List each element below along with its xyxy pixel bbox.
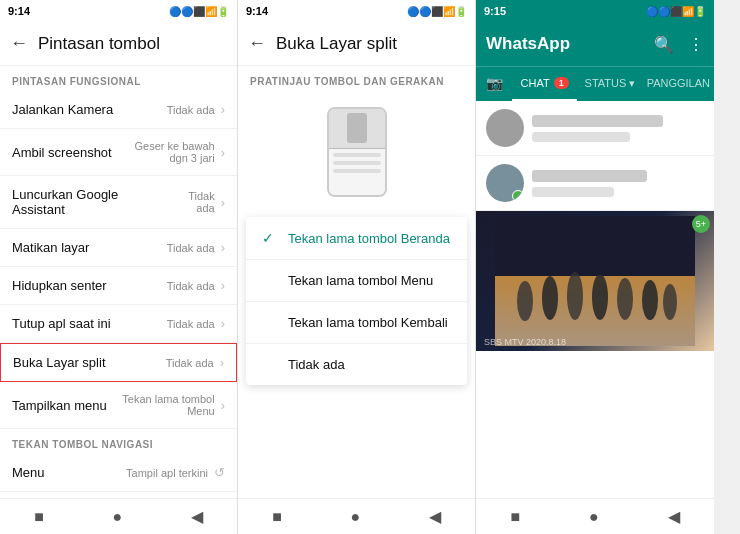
- section-navigasi: TEKAN TOMBOL NAVIGASI: [0, 429, 237, 454]
- more-icon[interactable]: ⋮: [688, 35, 704, 54]
- list-item-assistant[interactable]: Luncurkan Google Assistant Tidak ada ›: [0, 176, 237, 229]
- list-item-menu-nav[interactable]: Menu Tampil apl terkini ↺: [0, 454, 237, 492]
- nav-square-3[interactable]: ■: [498, 506, 532, 528]
- media-watermark: SBS MTV 2020.8.18: [484, 337, 566, 347]
- phone-line-3: [333, 169, 381, 173]
- section-fungsional: PINTASAN FUNGSIONAL: [0, 66, 237, 91]
- status-icons-2: 🔵🔵⬛📶🔋: [407, 6, 467, 17]
- tab-chat-label: CHAT: [521, 77, 550, 89]
- whatsapp-header: WhatsApp 🔍 ⋮: [476, 22, 714, 66]
- media-thumbnail[interactable]: SBS MTV 2020.8.18 5+: [476, 211, 714, 351]
- chat-msg-2: [532, 187, 614, 197]
- nav-bar-3: ■ ● ◀: [476, 498, 714, 534]
- svg-point-6: [617, 278, 633, 320]
- list-item-tampilkan[interactable]: Tampilkan menu Tekan lama tombol Menu ›: [0, 382, 237, 429]
- phone-illustration: [238, 91, 475, 209]
- panel-pintasan-tombol: 9:14 🔵🔵⬛📶🔋 ← Pintasan tombol PINTASAN FU…: [0, 0, 238, 534]
- svg-point-3: [542, 276, 558, 320]
- dropdown-item-kembali[interactable]: Tekan lama tombol Kembali: [246, 302, 467, 344]
- time-2: 9:14: [246, 5, 268, 17]
- nav-back-3[interactable]: ◀: [656, 505, 692, 528]
- dropdown-item-menu[interactable]: Tekan lama tombol Menu: [246, 260, 467, 302]
- status-icons-1: 🔵🔵⬛📶🔋: [169, 6, 229, 17]
- dropdown-menu: ✓ Tekan lama tombol Beranda Tekan lama t…: [246, 217, 467, 385]
- tab-panggilan-label: PANGGILAN: [647, 77, 710, 89]
- tab-camera[interactable]: 📷: [476, 67, 512, 101]
- page-title-2: Buka Layar split: [276, 34, 397, 54]
- tab-chat[interactable]: CHAT 1: [512, 67, 577, 101]
- status-bar-2: 9:14 🔵🔵⬛📶🔋: [238, 0, 475, 22]
- nav-square-2[interactable]: ■: [260, 506, 294, 528]
- list-item-layar-split[interactable]: Buka Layar split Tidak ada ›: [0, 343, 237, 382]
- phone-bottom-half: [329, 149, 385, 196]
- list-item-screenshot[interactable]: Ambil screenshot Geser ke bawah dgn 3 ja…: [0, 129, 237, 176]
- list-item-senter[interactable]: Hidupkan senter Tidak ada ›: [0, 267, 237, 305]
- list-item-tutup[interactable]: Tutup apl saat ini Tidak ada ›: [0, 305, 237, 343]
- media-image: [476, 211, 714, 351]
- header-1: ← Pintasan tombol: [0, 22, 237, 66]
- camera-icon: 📷: [486, 75, 503, 91]
- time-1: 9:14: [8, 5, 30, 17]
- nav-circle-3[interactable]: ●: [577, 506, 611, 528]
- dropdown-item-beranda[interactable]: ✓ Tekan lama tombol Beranda: [246, 217, 467, 260]
- time-3: 9:15: [484, 5, 506, 17]
- nav-bar-1: ■ ● ◀: [0, 498, 237, 534]
- svg-point-4: [567, 272, 583, 320]
- chat-item-2[interactable]: [476, 156, 714, 211]
- dropdown-item-tidak-ada[interactable]: Tidak ada: [246, 344, 467, 385]
- header-2: ← Buka Layar split: [238, 22, 475, 66]
- nav-back-1[interactable]: ◀: [179, 505, 215, 528]
- nav-back-2[interactable]: ◀: [417, 505, 453, 528]
- media-badge: 5+: [692, 215, 710, 233]
- search-icon[interactable]: 🔍: [654, 35, 674, 54]
- chat-name-1: [532, 115, 663, 127]
- nav-square-1[interactable]: ■: [22, 506, 56, 528]
- section-pratinjau: PRATINJAU TOMBOL DAN GERAKAN: [238, 66, 475, 91]
- svg-point-2: [517, 281, 533, 321]
- avatar-2: [486, 164, 524, 202]
- chat-item-1[interactable]: [476, 101, 714, 156]
- panel-buka-layar-split: 9:14 🔵🔵⬛📶🔋 ← Buka Layar split PRATINJAU …: [238, 0, 476, 534]
- nav-circle-2[interactable]: ●: [338, 506, 372, 528]
- chat-list: SBS MTV 2020.8.18 5+: [476, 101, 714, 498]
- phone-line-1: [333, 153, 381, 157]
- list-item-matikan[interactable]: Matikan layar Tidak ada ›: [0, 229, 237, 267]
- tab-panggilan[interactable]: PANGGILAN: [643, 67, 714, 101]
- check-icon-beranda: ✓: [262, 230, 278, 246]
- back-button-1[interactable]: ←: [10, 33, 28, 54]
- whatsapp-tabs: 📷 CHAT 1 STATUS ▾ PANGGILAN: [476, 66, 714, 101]
- whatsapp-title: WhatsApp: [486, 34, 654, 54]
- svg-point-8: [663, 284, 677, 320]
- panel-whatsapp: 9:15 🔵🔵⬛📶🔋 WhatsApp 🔍 ⋮ 📷 CHAT 1 STATUS …: [476, 0, 714, 534]
- svg-point-5: [592, 274, 608, 320]
- nav-bar-2: ■ ● ◀: [238, 498, 475, 534]
- phone-line-2: [333, 161, 381, 165]
- svg-point-7: [642, 280, 658, 320]
- chat-name-2: [532, 170, 647, 182]
- whatsapp-action-icons: 🔍 ⋮: [654, 35, 704, 54]
- tab-status-label: STATUS ▾: [585, 77, 636, 90]
- chat-badge: 1: [554, 77, 569, 89]
- page-title-1: Pintasan tombol: [38, 34, 160, 54]
- status-bar-3: 9:15 🔵🔵⬛📶🔋: [476, 0, 714, 22]
- nav-circle-1[interactable]: ●: [100, 506, 134, 528]
- avatar-1: [486, 109, 524, 147]
- status-bar-1: 9:14 🔵🔵⬛📶🔋: [0, 0, 237, 22]
- phone-top-half: [329, 109, 385, 149]
- back-button-2[interactable]: ←: [248, 33, 266, 54]
- list-item-kamera[interactable]: Jalankan Kamera Tidak ada ›: [0, 91, 237, 129]
- phone-mock: [327, 107, 387, 197]
- tab-status[interactable]: STATUS ▾: [577, 67, 642, 101]
- chat-msg-1: [532, 132, 630, 142]
